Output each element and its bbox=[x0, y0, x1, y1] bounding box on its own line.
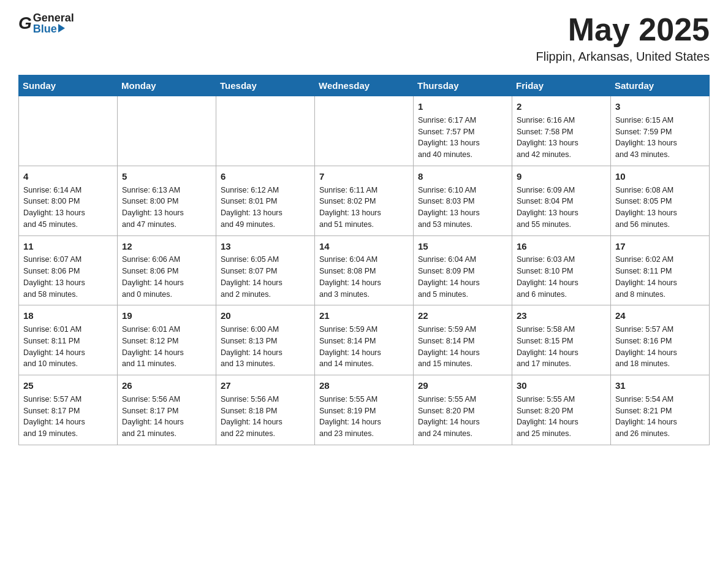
day-info: Sunrise: 5:56 AMSunset: 8:18 PMDaylight:… bbox=[221, 394, 310, 440]
calendar-week-row: 11Sunrise: 6:07 AMSunset: 8:06 PMDayligh… bbox=[19, 236, 710, 305]
calendar-day-cell: 27Sunrise: 5:56 AMSunset: 8:18 PMDayligh… bbox=[216, 375, 315, 445]
day-info: Sunrise: 5:59 AMSunset: 8:14 PMDaylight:… bbox=[418, 324, 507, 370]
calendar-day-cell: 3Sunrise: 6:15 AMSunset: 7:59 PMDaylight… bbox=[611, 96, 710, 166]
calendar-day-cell: 10Sunrise: 6:08 AMSunset: 8:05 PMDayligh… bbox=[611, 166, 710, 236]
day-info: Sunrise: 6:13 AMSunset: 8:00 PMDaylight:… bbox=[122, 185, 211, 231]
day-info: Sunrise: 6:07 AMSunset: 8:06 PMDaylight:… bbox=[23, 254, 113, 300]
calendar-body: 1Sunrise: 6:17 AMSunset: 7:57 PMDaylight… bbox=[19, 96, 710, 445]
day-number: 29 bbox=[418, 379, 507, 393]
day-info: Sunrise: 6:02 AMSunset: 8:11 PMDaylight:… bbox=[615, 254, 705, 300]
day-info: Sunrise: 6:08 AMSunset: 8:05 PMDaylight:… bbox=[615, 185, 705, 231]
calendar-day-cell bbox=[19, 96, 118, 166]
calendar-day-cell: 17Sunrise: 6:02 AMSunset: 8:11 PMDayligh… bbox=[611, 236, 710, 305]
location-subtitle: Flippin, Arkansas, United States bbox=[536, 50, 710, 64]
day-number: 11 bbox=[23, 240, 113, 253]
day-number: 16 bbox=[517, 240, 606, 253]
day-of-week-header: Sunday bbox=[19, 75, 118, 96]
day-info: Sunrise: 6:06 AMSunset: 8:06 PMDaylight:… bbox=[122, 254, 211, 300]
day-number: 26 bbox=[122, 379, 211, 393]
day-info: Sunrise: 6:04 AMSunset: 8:09 PMDaylight:… bbox=[418, 254, 507, 300]
day-of-week-header: Saturday bbox=[611, 75, 710, 96]
calendar-day-cell: 22Sunrise: 5:59 AMSunset: 8:14 PMDayligh… bbox=[414, 305, 512, 375]
day-number: 13 bbox=[221, 240, 310, 253]
day-info: Sunrise: 6:12 AMSunset: 8:01 PMDaylight:… bbox=[221, 185, 310, 231]
day-of-week-header: Thursday bbox=[414, 75, 512, 96]
calendar-week-row: 4Sunrise: 6:14 AMSunset: 8:00 PMDaylight… bbox=[19, 166, 710, 236]
day-number: 28 bbox=[319, 379, 409, 393]
logo-general-text: General bbox=[33, 12, 74, 23]
calendar-day-cell: 5Sunrise: 6:13 AMSunset: 8:00 PMDaylight… bbox=[118, 166, 216, 236]
day-info: Sunrise: 5:58 AMSunset: 8:15 PMDaylight:… bbox=[517, 324, 606, 370]
calendar-day-cell: 29Sunrise: 5:55 AMSunset: 8:20 PMDayligh… bbox=[414, 375, 512, 445]
calendar-day-cell: 20Sunrise: 6:00 AMSunset: 8:13 PMDayligh… bbox=[216, 305, 315, 375]
day-info: Sunrise: 5:57 AMSunset: 8:17 PMDaylight:… bbox=[23, 394, 113, 440]
day-number: 23 bbox=[517, 309, 606, 323]
day-number: 22 bbox=[418, 309, 507, 323]
calendar-day-cell: 14Sunrise: 6:04 AMSunset: 8:08 PMDayligh… bbox=[315, 236, 414, 305]
day-number: 27 bbox=[221, 379, 310, 393]
day-number: 21 bbox=[319, 309, 409, 323]
day-info: Sunrise: 5:55 AMSunset: 8:20 PMDaylight:… bbox=[517, 394, 606, 440]
day-number: 1 bbox=[418, 100, 507, 113]
day-number: 15 bbox=[418, 240, 507, 253]
days-of-week-row: SundayMondayTuesdayWednesdayThursdayFrid… bbox=[19, 75, 710, 96]
day-number: 12 bbox=[122, 240, 211, 253]
day-number: 24 bbox=[615, 309, 705, 323]
day-info: Sunrise: 5:56 AMSunset: 8:17 PMDaylight:… bbox=[122, 394, 211, 440]
calendar-day-cell: 19Sunrise: 6:01 AMSunset: 8:12 PMDayligh… bbox=[118, 305, 216, 375]
calendar-week-row: 18Sunrise: 6:01 AMSunset: 8:11 PMDayligh… bbox=[19, 305, 710, 375]
logo-flag-icon bbox=[58, 24, 65, 33]
calendar-day-cell: 2Sunrise: 6:16 AMSunset: 7:58 PMDaylight… bbox=[512, 96, 611, 166]
calendar-day-cell: 6Sunrise: 6:12 AMSunset: 8:01 PMDaylight… bbox=[216, 166, 315, 236]
day-number: 8 bbox=[418, 170, 507, 183]
calendar-day-cell: 28Sunrise: 5:55 AMSunset: 8:19 PMDayligh… bbox=[315, 375, 414, 445]
calendar-day-cell: 24Sunrise: 5:57 AMSunset: 8:16 PMDayligh… bbox=[611, 305, 710, 375]
day-info: Sunrise: 6:01 AMSunset: 8:11 PMDaylight:… bbox=[23, 324, 113, 370]
day-info: Sunrise: 6:15 AMSunset: 7:59 PMDaylight:… bbox=[615, 115, 705, 161]
day-info: Sunrise: 6:16 AMSunset: 7:58 PMDaylight:… bbox=[517, 115, 606, 161]
day-number: 9 bbox=[517, 170, 606, 183]
calendar-day-cell: 25Sunrise: 5:57 AMSunset: 8:17 PMDayligh… bbox=[19, 375, 118, 445]
calendar-day-cell bbox=[216, 96, 315, 166]
day-info: Sunrise: 6:14 AMSunset: 8:00 PMDaylight:… bbox=[23, 185, 113, 231]
day-number: 14 bbox=[319, 240, 409, 253]
calendar-day-cell: 7Sunrise: 6:11 AMSunset: 8:02 PMDaylight… bbox=[315, 166, 414, 236]
calendar-day-cell: 16Sunrise: 6:03 AMSunset: 8:10 PMDayligh… bbox=[512, 236, 611, 305]
day-info: Sunrise: 5:54 AMSunset: 8:21 PMDaylight:… bbox=[615, 394, 705, 440]
page-title: May 2025 bbox=[536, 12, 710, 47]
day-info: Sunrise: 5:55 AMSunset: 8:20 PMDaylight:… bbox=[418, 394, 507, 440]
calendar-table: SundayMondayTuesdayWednesdayThursdayFrid… bbox=[18, 75, 710, 445]
day-info: Sunrise: 6:03 AMSunset: 8:10 PMDaylight:… bbox=[517, 254, 606, 300]
day-info: Sunrise: 6:17 AMSunset: 7:57 PMDaylight:… bbox=[418, 115, 507, 161]
day-number: 10 bbox=[615, 170, 705, 183]
day-number: 3 bbox=[615, 100, 705, 113]
day-number: 30 bbox=[517, 379, 606, 393]
calendar-day-cell: 15Sunrise: 6:04 AMSunset: 8:09 PMDayligh… bbox=[414, 236, 512, 305]
calendar-day-cell: 4Sunrise: 6:14 AMSunset: 8:00 PMDaylight… bbox=[19, 166, 118, 236]
calendar-day-cell: 8Sunrise: 6:10 AMSunset: 8:03 PMDaylight… bbox=[414, 166, 512, 236]
day-info: Sunrise: 5:57 AMSunset: 8:16 PMDaylight:… bbox=[615, 324, 705, 370]
calendar-day-cell: 26Sunrise: 5:56 AMSunset: 8:17 PMDayligh… bbox=[118, 375, 216, 445]
calendar-day-cell: 9Sunrise: 6:09 AMSunset: 8:04 PMDaylight… bbox=[512, 166, 611, 236]
calendar-day-cell bbox=[315, 96, 414, 166]
day-info: Sunrise: 6:04 AMSunset: 8:08 PMDaylight:… bbox=[319, 254, 409, 300]
calendar-day-cell: 18Sunrise: 6:01 AMSunset: 8:11 PMDayligh… bbox=[19, 305, 118, 375]
calendar-day-cell: 30Sunrise: 5:55 AMSunset: 8:20 PMDayligh… bbox=[512, 375, 611, 445]
day-of-week-header: Monday bbox=[118, 75, 216, 96]
day-info: Sunrise: 5:55 AMSunset: 8:19 PMDaylight:… bbox=[319, 394, 409, 440]
day-info: Sunrise: 6:11 AMSunset: 8:02 PMDaylight:… bbox=[319, 185, 409, 231]
calendar-day-cell: 12Sunrise: 6:06 AMSunset: 8:06 PMDayligh… bbox=[118, 236, 216, 305]
logo-g-letter: G bbox=[18, 13, 32, 33]
day-number: 18 bbox=[23, 309, 113, 323]
calendar-day-cell: 11Sunrise: 6:07 AMSunset: 8:06 PMDayligh… bbox=[19, 236, 118, 305]
calendar-week-row: 25Sunrise: 5:57 AMSunset: 8:17 PMDayligh… bbox=[19, 375, 710, 445]
calendar-day-cell: 1Sunrise: 6:17 AMSunset: 7:57 PMDaylight… bbox=[414, 96, 512, 166]
calendar-day-cell: 31Sunrise: 5:54 AMSunset: 8:21 PMDayligh… bbox=[611, 375, 710, 445]
day-number: 17 bbox=[615, 240, 705, 253]
day-number: 6 bbox=[221, 170, 310, 183]
day-info: Sunrise: 6:09 AMSunset: 8:04 PMDaylight:… bbox=[517, 185, 606, 231]
calendar-day-cell: 13Sunrise: 6:05 AMSunset: 8:07 PMDayligh… bbox=[216, 236, 315, 305]
day-number: 4 bbox=[23, 170, 113, 183]
day-number: 7 bbox=[319, 170, 409, 183]
day-number: 20 bbox=[221, 309, 310, 323]
